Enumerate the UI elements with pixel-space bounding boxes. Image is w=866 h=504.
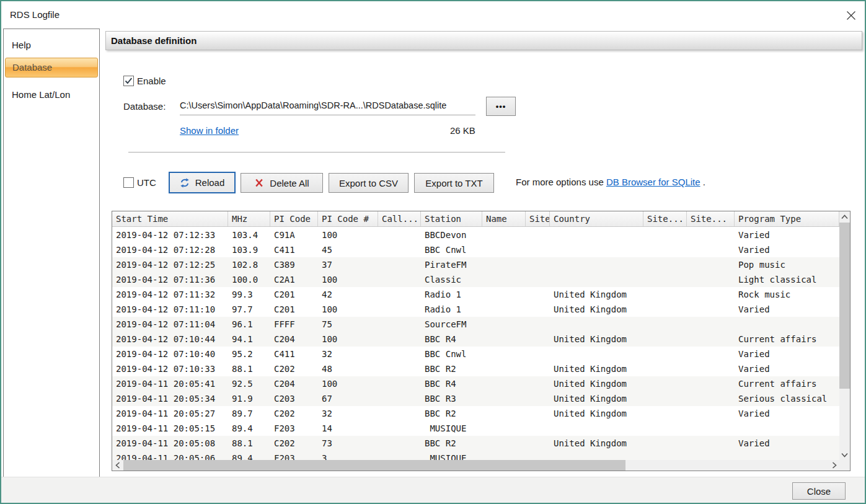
table-cell: 88.1 [228,361,270,376]
chevron-up-icon[interactable] [839,211,850,222]
table-cell: 2019-04-12 07:11:10 [112,302,228,317]
table-row[interactable]: 2019-04-11 20:05:3491.9C20367BBC R3Unite… [112,391,839,406]
column-header-pi-code[interactable]: PI Code [270,211,318,226]
table-cell [687,361,735,376]
table-cell [482,242,526,257]
sidebar-item-home-lat-lon[interactable]: Home Lat/Lon [4,85,99,105]
scrollbar-corner [839,460,850,471]
table-cell [378,347,421,361]
sidebar-item-database[interactable]: Database [5,58,98,77]
table-cell: Pop music [735,257,839,272]
delete-all-button[interactable]: Delete All [241,173,323,193]
table-cell: 32 [318,347,378,361]
column-header-start-time[interactable]: Start Time [112,211,228,226]
column-header-program-type[interactable]: Program Type [735,211,839,226]
column-header-mhz[interactable]: MHz [228,211,270,226]
table-row[interactable]: 2019-04-12 07:12:28103.9C41145BBC CnwlVa… [112,242,839,257]
chevron-down-icon[interactable] [839,449,850,460]
table-cell: Varied [735,406,839,421]
table-cell: BBC R3 [421,391,482,406]
table-row[interactable]: 2019-04-12 07:10:4494.1C204100BBC R4Unit… [112,332,839,347]
table-cell: BBC R4 [421,376,482,391]
table-cell: C203 [270,391,318,406]
table-cell: United Kingdom [550,391,643,406]
table-cell: 42 [318,287,378,302]
table-cell: 97.7 [228,302,270,317]
column-header-site2[interactable]: Site... [643,211,687,226]
table-cell [550,421,643,436]
table-row[interactable]: 2019-04-12 07:11:3299.3C20142Radio 1Unit… [112,287,839,302]
table-cell [526,376,550,391]
column-header-call[interactable]: Call... [378,211,421,226]
table-cell [526,257,550,272]
export-txt-label: Export to TXT [425,178,482,188]
table-cell [687,287,735,302]
chevron-right-icon[interactable] [829,460,839,471]
export-csv-button[interactable]: Export to CSV [329,173,409,193]
show-in-folder-link[interactable]: Show in folder [180,125,239,136]
table-cell: C2A1 [270,272,318,287]
utc-row: UTC [123,177,156,188]
table-cell [550,272,643,287]
horizontal-scrollbar-thumb[interactable] [123,460,625,471]
table-cell [378,287,421,302]
table-cell [482,391,526,406]
table-cell [643,421,687,436]
table-row[interactable]: 2019-04-11 20:05:1589.4F20314 MUSIQUE [112,421,839,436]
table-row[interactable]: 2019-04-12 07:10:3388.1C20248BBC R2Unite… [112,361,839,376]
table-cell [550,317,643,332]
table-cell: C204 [270,376,318,391]
table-cell [378,391,421,406]
table-row[interactable]: 2019-04-12 07:11:36100.0C2A1100ClassicLi… [112,272,839,287]
enable-checkbox[interactable] [123,76,134,86]
table-row[interactable]: 2019-04-12 07:11:1097.7C201100Radio 1Uni… [112,302,839,317]
database-path-field[interactable] [180,95,475,115]
table-row[interactable]: 2019-04-12 07:11:0496.1FFFF75SourceFM [112,317,839,332]
table-cell: MUSIQUE [421,421,482,436]
separator-line [128,152,505,153]
table-cell [526,287,550,302]
vertical-scrollbar[interactable] [839,211,850,460]
horizontal-scrollbar[interactable] [112,460,839,471]
table-cell: Radio 1 [421,302,482,317]
table-cell [643,376,687,391]
table-cell [526,347,550,361]
table-cell: FFFF [270,317,318,332]
table-cell: F203 [270,421,318,436]
table-cell: United Kingdom [550,302,643,317]
column-header-country[interactable]: Country [550,211,643,226]
table-cell: 89.4 [228,421,270,436]
table-row[interactable]: 2019-04-11 20:05:4192.5C204100BBC R4Unit… [112,376,839,391]
close-icon[interactable] [842,6,860,25]
table-cell: 100 [318,302,378,317]
table-row[interactable]: 2019-04-12 07:12:25102.8C38937PirateFMPo… [112,257,839,272]
table-cell: United Kingdom [550,406,643,421]
chevron-left-icon[interactable] [112,460,123,471]
utc-checkbox[interactable] [123,177,134,188]
table-row[interactable]: 2019-04-11 20:05:2789.7C20232BBC R2Unite… [112,406,839,421]
sidebar: Help Database Home Lat/Lon [3,29,100,477]
browse-button[interactable]: ••• [486,97,516,116]
table-row[interactable]: 2019-04-12 07:12:33103.4C91A100BBCDevonV… [112,228,839,242]
table-cell: 103.9 [228,242,270,257]
table-cell [378,361,421,376]
column-header-name[interactable]: Name [482,211,526,226]
table-cell [643,436,687,451]
sidebar-item-help[interactable]: Help [4,35,99,55]
table-cell: C411 [270,347,318,361]
export-txt-button[interactable]: Export to TXT [414,173,494,193]
column-header-site[interactable]: Site [526,211,550,226]
table-row[interactable]: 2019-04-11 20:05:0888.1C20273BBC R2Unite… [112,436,839,451]
table-row[interactable]: 2019-04-12 07:10:4095.2C41132BBC CnwlVar… [112,347,839,361]
table-cell [526,272,550,287]
table-cell: Varied [735,242,839,257]
column-header-station[interactable]: Station [421,211,482,226]
table-cell [378,376,421,391]
vertical-scrollbar-thumb[interactable] [839,223,850,389]
db-browser-link[interactable]: DB Browser for SQLite [606,177,700,187]
column-header-pi-code-num[interactable]: PI Code # [318,211,378,226]
close-button[interactable]: Close [792,482,846,500]
column-header-site3[interactable]: Site... [687,211,735,226]
table-cell [378,257,421,272]
reload-button[interactable]: Reload [169,172,236,193]
